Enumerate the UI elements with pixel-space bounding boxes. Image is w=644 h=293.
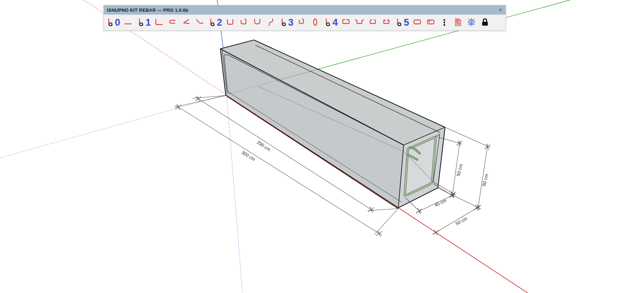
l-corner-icon: [154, 17, 164, 28]
3d-viewport[interactable]: 290 cm 300 cm 50 cm 60 cm 40 cm 50 cm: [0, 0, 644, 293]
bar-j-hook-button[interactable]: [239, 15, 249, 30]
group-number-label: 5: [404, 17, 409, 28]
dim-label-40h: 40 cm: [434, 198, 447, 208]
rect-hook-icon: [425, 17, 436, 28]
stirrup-rect-hook-button[interactable]: [425, 15, 436, 30]
more-options-kebab-button[interactable]: [439, 15, 450, 30]
axes-dotted: [0, 0, 242, 293]
dim-label-300: 300 cm: [240, 150, 256, 162]
rebar-group-1-button[interactable]: 1: [137, 15, 151, 30]
group-number-label: 0: [115, 17, 120, 28]
doc-icon: [453, 17, 463, 28]
report-document-button[interactable]: [453, 15, 463, 30]
kebab-icon: [439, 17, 450, 28]
bar-angle-button[interactable]: [181, 15, 191, 30]
gear-icon: [466, 17, 477, 28]
straight-icon: [123, 17, 134, 28]
u-hooks2-icon: [381, 17, 392, 28]
stirrup-open-rect-button[interactable]: [341, 15, 351, 30]
bar-straight-button[interactable]: [123, 15, 134, 30]
stirrup-u-flared-button[interactable]: [354, 15, 365, 30]
rebar-group-0-button[interactable]: 0: [106, 15, 120, 30]
j-hook-icon: [239, 17, 249, 28]
rebar-group-4-button[interactable]: 4: [323, 15, 338, 30]
bar-corner-slope-button[interactable]: [194, 15, 205, 30]
group-number-label: 2: [217, 17, 222, 28]
corner-slope-icon: [194, 17, 205, 28]
group-number-label: 3: [288, 17, 293, 28]
dim-label-290: 290 cm: [256, 139, 271, 152]
c-shape-icon: [167, 17, 178, 28]
u-square-icon: [225, 17, 236, 28]
lock-button[interactable]: [480, 15, 490, 30]
stirrup-u-hooks2-button[interactable]: [381, 15, 392, 30]
bar-l-corner-button[interactable]: [154, 15, 164, 30]
toolbar-title: ISNUPNO KIT REBAR — PRO 1.0.6b: [107, 7, 188, 13]
bar-pill-button[interactable]: [310, 15, 321, 30]
pill-icon: [310, 17, 321, 28]
sketchup-canvas[interactable]: 290 cm 300 cm 50 cm 60 cm 40 cm 50 cm IS…: [0, 0, 644, 293]
rebar-group-3-button[interactable]: 3: [279, 15, 293, 30]
u-round-icon: [252, 17, 263, 28]
bar-u-square-button[interactable]: [225, 15, 236, 30]
bar-c-shape-button[interactable]: [167, 15, 178, 30]
rebar-group-2-button[interactable]: 2: [208, 15, 222, 30]
j-round-icon: [296, 17, 307, 28]
stirrup-u-hooks-button[interactable]: [368, 15, 378, 30]
dim-label-60v: 60 cm: [481, 173, 489, 187]
rebar-toolbar-window[interactable]: ISNUPNO KIT REBAR — PRO 1.0.6b ✕ 012345: [103, 5, 506, 31]
group-number-label: 4: [332, 17, 338, 28]
angle-icon: [181, 17, 191, 28]
s-curve-icon: [266, 17, 276, 28]
bar-j-round-button[interactable]: [296, 15, 307, 30]
rect-open-icon: [341, 17, 351, 28]
bar-u-round-button[interactable]: [252, 15, 263, 30]
u-flared-icon: [354, 17, 365, 28]
rect-closed-icon: [412, 17, 423, 28]
toolbar-titlebar[interactable]: ISNUPNO KIT REBAR — PRO 1.0.6b ✕: [104, 5, 506, 15]
stirrup-closed-rect-button[interactable]: [412, 15, 423, 30]
close-icon[interactable]: ✕: [498, 7, 502, 12]
settings-gear-button[interactable]: [466, 15, 477, 30]
rebar-group-5-button[interactable]: 5: [395, 15, 409, 30]
bar-s-curve-button[interactable]: [266, 15, 276, 30]
group-number-label: 1: [145, 17, 151, 28]
lock-icon: [480, 17, 490, 28]
u-hooks-icon: [368, 17, 378, 28]
toolbar-buttons-row: 012345: [104, 15, 506, 30]
